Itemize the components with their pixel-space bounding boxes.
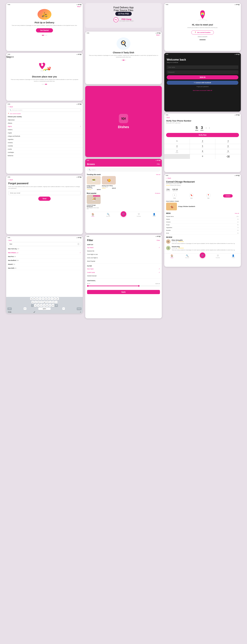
numpad-4[interactable]: 4GHI [164,144,190,149]
key-i[interactable]: i [51,297,53,300]
numpad-3[interactable]: 3DEF [215,139,241,144]
result-new-port[interactable]: New Port, RI [6,255,83,258]
country-item-antigua[interactable]: Antigua and Barbuda [6,134,83,138]
key-f[interactable]: f [40,301,43,304]
country-item-angola[interactable]: Angola [6,131,83,134]
key-return[interactable]: return [77,308,81,310]
menu-item-noodles[interactable]: Noodles 4 > [166,229,239,232]
browse-search-bar[interactable]: 🔍 Search... [87,168,160,172]
key-c[interactable]: c [40,304,42,307]
menu-item-vegetables[interactable]: Vegetables 7 > [166,226,239,229]
range-thumb-left[interactable] [87,285,89,287]
key-w[interactable]: w [33,297,35,300]
numpad-0[interactable]: 0 [190,154,215,159]
password-input[interactable] [167,70,238,74]
key-b[interactable]: b [46,304,48,307]
filter-now-open[interactable]: Now Open ✓ [85,267,162,270]
result-newark[interactable]: Newark, NJ [6,262,83,266]
filter-credit-cards[interactable]: Credit Cards ✓ [85,270,162,274]
key-t[interactable]: t [42,297,44,300]
username-input[interactable] [167,65,238,69]
numpad-8[interactable]: 8TUV [190,149,215,154]
key-v[interactable]: v [43,304,45,307]
location-search-bar[interactable]: 🔍 Enter your location [8,108,81,112]
key-m[interactable]: m [52,304,54,307]
sort-top-rated[interactable]: Top Rated ✓ [85,246,162,249]
country-item-argentina[interactable]: Argentina [6,138,83,141]
country-item-australia[interactable]: Australia [6,144,83,148]
result-new-delhi[interactable]: New Delhi, NI [6,266,83,270]
back-button-7[interactable]: ‹ < Back [6,106,83,108]
country-item-andorra[interactable]: Andorra [6,128,83,131]
filter-clear-button[interactable]: Clear [157,240,160,241]
key-o[interactable]: o [53,297,56,300]
key-h[interactable]: h [46,301,49,304]
key-z[interactable]: z [34,304,36,307]
otp-digit-1[interactable]: 5 [195,126,198,130]
featured-item[interactable]: 🍗 Crispy Chicken Sandwich [164,202,241,212]
key-q[interactable]: q [30,297,32,300]
nav-discover[interactable]: 🔍 Discover [100,213,116,217]
key-u[interactable]: u [48,297,50,300]
popular-card-1[interactable]: 🍜 Open 8:00AM Conrad Chicago Restaurant … [87,195,101,210]
key-j[interactable]: j [49,301,51,304]
key-n[interactable]: n [49,304,51,307]
back-button-13[interactable]: ‹ < Back [164,177,241,179]
country-item-algeria[interactable]: Algeria ✓ [6,125,83,128]
country-item-azerbaijan[interactable]: Azerbaijan [6,151,83,154]
sort-most-popular[interactable]: Most Popular [85,260,162,263]
nav-favorites[interactable]: ♡ Favorites [131,213,147,217]
trending-card-1[interactable]: 🥗 Crispy Chicken Sandwich Korean BBQ ★★★… [87,176,101,190]
nav-discover-rest[interactable]: 🔍 Discover [180,254,195,258]
numpad-5[interactable]: 5JKL [190,144,215,149]
map-action[interactable]: 📍 Map [206,193,211,199]
nav-cart-rest[interactable]: 🛒 [195,254,210,258]
nav-home-rest[interactable]: 🏠 Home [164,254,180,258]
skip-button-4[interactable]: Skip>> [6,56,14,58]
range-thumb-right[interactable] [138,285,140,287]
country-item-albania[interactable]: Albania [6,122,83,125]
key-s[interactable]: s [34,301,37,304]
signup-link[interactable]: SING UP [207,90,212,91]
country-item-afghanistan[interactable]: Afghanistan [6,118,83,122]
nav-home[interactable]: 🏠 Home [85,213,100,217]
menu-item-salads[interactable]: Salads 3 > [166,218,239,221]
key-y[interactable]: y [45,297,47,300]
key-a[interactable]: a [31,301,34,304]
trending-view-all[interactable]: View all [156,174,160,175]
country-item-armenia[interactable]: Armenia [6,141,83,144]
keyboard-emoji-bar[interactable]: ☺ [80,311,81,313]
key-shift[interactable]: ⇧ [31,304,34,307]
key-l[interactable]: l [55,301,57,304]
numpad-1[interactable]: 1 [164,139,190,144]
otp-digit-2[interactable]: 3 [200,126,204,130]
apply-button[interactable]: Apply [87,290,160,294]
key-g[interactable]: g [43,301,46,304]
keyboard-mic[interactable]: 🎤 [33,311,35,313]
key-r[interactable]: r [39,297,41,300]
facebook-button[interactable]: f Connect with Facebook [167,81,238,85]
filter-link[interactable]: Filter [157,163,160,165]
key-k[interactable]: k [52,301,54,304]
key-slash[interactable]: / [62,308,65,310]
filter-alcohol[interactable]: Alcohol Served [85,274,162,278]
verify-button[interactable]: Verify Now [166,133,239,137]
sort-nearest[interactable]: Nearest Me [85,249,162,253]
country-item-bahamas[interactable]: Bahamas [6,154,83,157]
key-emoji[interactable]: ☺ [24,308,26,310]
numpad-9[interactable]: 9WXYZ [215,149,241,154]
back-button-8[interactable]: ‹ Back [164,116,241,118]
nav-profile-rest[interactable]: 👤 Profile [226,254,241,258]
contact-button[interactable]: Contact [223,194,233,198]
numpad-7[interactable]: 7PQRS [164,149,190,154]
email-input[interactable] [8,191,81,195]
save-action[interactable]: 🔖 Save [189,193,194,199]
popular-count[interactable]: 26 places [155,192,160,194]
use-location-button[interactable]: 📍 Use current location [191,30,214,34]
price-range-slider[interactable] [87,286,160,286]
menu-item-chicken[interactable]: Chicken 2 > [166,221,239,224]
key-d[interactable]: d [37,301,40,304]
numpad-6[interactable]: 6MNO [215,144,241,149]
nav-cart[interactable]: 🛒 [116,213,131,217]
nav-profile[interactable]: 👤 Profile [147,213,162,217]
